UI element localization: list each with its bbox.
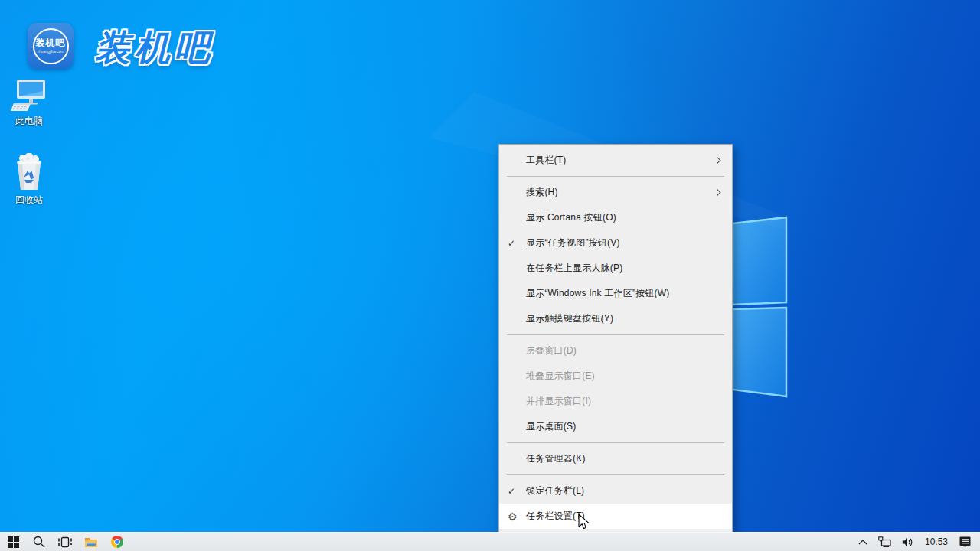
menu-item-label: 锁定任务栏(L) xyxy=(526,484,724,497)
volume-icon xyxy=(902,537,913,547)
desktop-icon-label: 回收站 xyxy=(0,194,58,207)
menu-item-label: 显示“任务视图”按钮(V) xyxy=(526,236,724,249)
menu-item-label: 显示桌面(S) xyxy=(526,420,724,433)
menu-item-show-touch-keyboard-button[interactable]: 显示触摸键盘按钮(Y) xyxy=(499,306,732,331)
gear-icon: ⚙ xyxy=(508,510,526,523)
menu-item-label: 堆叠显示窗口(E) xyxy=(526,370,724,383)
check-icon: ✓ xyxy=(508,238,526,249)
menu-item-show-windows-ink-workspace-button[interactable]: 显示“Windows Ink 工作区”按钮(W) xyxy=(499,281,732,306)
menu-item-label: 任务管理器(K) xyxy=(526,452,724,465)
menu-item-search[interactable]: 搜索(H) xyxy=(499,180,732,205)
menu-item-task-manager[interactable]: 任务管理器(K) xyxy=(499,446,732,471)
system-tray: 10:53 xyxy=(853,533,980,551)
menu-item-show-windows-stacked: 堆叠显示窗口(E) xyxy=(499,364,732,389)
menu-item-cascade-windows: 层叠窗口(D) xyxy=(499,338,732,364)
chevron-up-icon xyxy=(858,540,867,545)
menu-item-label: 显示“Windows Ink 工作区”按钮(W) xyxy=(526,287,724,300)
menu-separator xyxy=(507,334,724,335)
menu-item-label: 层叠窗口(D) xyxy=(526,344,724,357)
submenu-arrow-icon xyxy=(714,157,721,165)
menu-item-label: 在任务栏上显示人脉(P) xyxy=(526,262,724,275)
taskbar-context-menu: 工具栏(T)搜索(H)显示 Cortana 按钮(O)✓显示“任务视图”按钮(V… xyxy=(498,144,733,533)
tray-volume[interactable] xyxy=(897,533,919,551)
menu-item-show-cortana-button[interactable]: 显示 Cortana 按钮(O) xyxy=(499,205,732,230)
tray-action-center[interactable] xyxy=(954,533,980,551)
taskbar-buttons xyxy=(0,533,130,551)
recycle-bin-icon xyxy=(11,153,47,191)
menu-item-label: 搜索(H) xyxy=(526,186,714,199)
search-button[interactable] xyxy=(26,533,52,551)
menu-item-lock-taskbar[interactable]: ✓锁定任务栏(L) xyxy=(499,478,732,504)
menu-item-show-windows-side-by-side: 并排显示窗口(I) xyxy=(499,389,732,414)
chrome-icon xyxy=(111,536,123,548)
brand-badge-circle: 装机吧 zhuangjiba.com xyxy=(33,28,69,64)
file-explorer-icon xyxy=(84,536,98,548)
desktop-icon-recycle-bin[interactable]: 回收站 xyxy=(0,153,58,207)
tray-show-hidden-icons[interactable] xyxy=(853,533,873,551)
desktop-icon-label: 此电脑 xyxy=(0,115,58,128)
brand-badge-text: 装机吧 xyxy=(36,38,66,48)
task-view-button[interactable] xyxy=(52,533,78,551)
menu-item-show-people-on-taskbar[interactable]: 在任务栏上显示人脉(P) xyxy=(499,256,732,281)
brand-badge-domain: zhuangjiba.com xyxy=(37,49,64,54)
brand-badge: 装机吧 zhuangjiba.com xyxy=(28,23,74,69)
file-explorer-button[interactable] xyxy=(78,533,104,551)
menu-separator xyxy=(507,176,724,177)
menu-item-show-desktop[interactable]: 显示桌面(S) xyxy=(499,414,732,439)
this-pc-icon xyxy=(11,79,47,112)
wallpaper-window-logo xyxy=(0,0,980,551)
menu-item-label: 显示触摸键盘按钮(Y) xyxy=(526,312,724,325)
tray-network[interactable] xyxy=(873,533,897,551)
tray-clock[interactable]: 10:53 xyxy=(919,533,954,551)
submenu-arrow-icon xyxy=(714,189,721,197)
check-icon: ✓ xyxy=(508,486,526,497)
menu-item-taskbar-settings[interactable]: ⚙任务栏设置(T) xyxy=(499,504,732,529)
brand-title: 装机吧 xyxy=(95,24,214,72)
menu-item-label: 显示 Cortana 按钮(O) xyxy=(526,211,724,224)
menu-item-label: 并排显示窗口(I) xyxy=(526,395,724,408)
search-icon xyxy=(33,536,45,548)
chrome-button[interactable] xyxy=(104,533,130,551)
menu-item-toolbars[interactable]: 工具栏(T) xyxy=(499,148,732,173)
menu-item-show-task-view-button[interactable]: ✓显示“任务视图”按钮(V) xyxy=(499,230,732,256)
action-center-icon xyxy=(959,536,971,548)
start-button[interactable] xyxy=(0,533,26,551)
network-icon xyxy=(878,536,891,547)
menu-item-label: 任务栏设置(T) xyxy=(526,510,724,523)
brand-logo: 装机吧 zhuangjiba.com 装机吧 xyxy=(28,23,214,72)
menu-separator xyxy=(507,474,724,475)
taskbar: 10:53 xyxy=(0,532,980,551)
menu-separator xyxy=(507,442,724,443)
task-view-icon xyxy=(58,536,72,548)
desktop-icon-this-pc[interactable]: 此电脑 xyxy=(0,79,58,128)
windows-start-icon xyxy=(8,536,19,548)
menu-item-label: 工具栏(T) xyxy=(526,154,714,167)
